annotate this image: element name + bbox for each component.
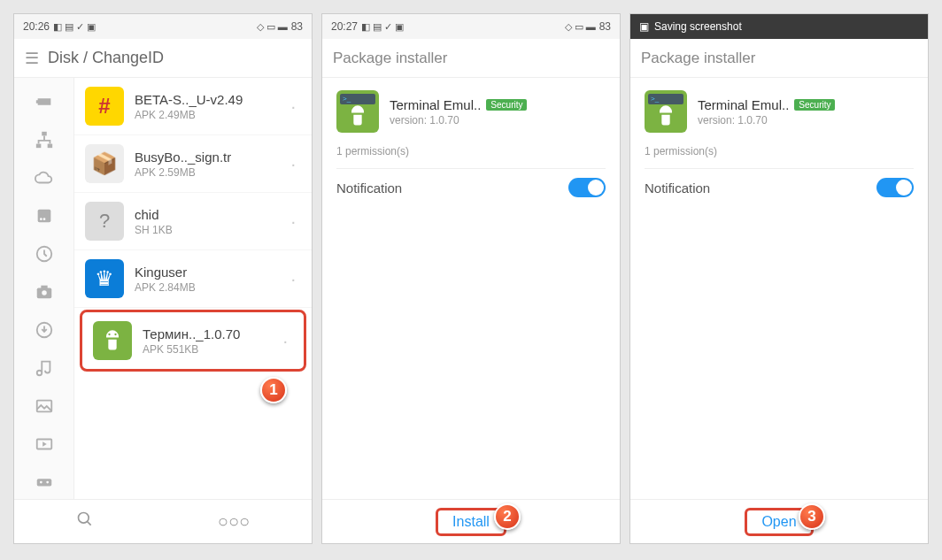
app-icon: >_ xyxy=(645,90,687,133)
svg-point-5 xyxy=(42,218,45,220)
sidebar xyxy=(14,78,74,499)
file-icon-kinguser: ♛ xyxy=(85,259,124,298)
search-button[interactable] xyxy=(41,502,129,541)
permission-count: 1 permission(s) xyxy=(336,145,606,157)
svg-point-16 xyxy=(108,334,110,335)
file-item[interactable]: 📦 BusyBo.._sign.trAPK 2.59MB · xyxy=(74,135,312,193)
status-icons-left: ◧ ▤ ✓ ▣ xyxy=(53,21,96,33)
phone-pane-3: ▣ Saving screenshot Package installer >_… xyxy=(629,13,929,544)
permission-toggle[interactable] xyxy=(568,178,606,197)
svg-rect-3 xyxy=(37,210,50,223)
sidebar-storage-icon[interactable] xyxy=(23,199,66,234)
sidebar-music-icon[interactable] xyxy=(23,350,66,385)
permission-label: Notification xyxy=(336,180,402,196)
sidebar-recent-icon[interactable] xyxy=(23,237,66,272)
phone-pane-1: 20:26 ◧ ▤ ✓ ▣ ◇ ▭ ▬ 83 ☰ Disk / ChangeID xyxy=(13,13,313,544)
sidebar-network-icon[interactable] xyxy=(23,123,66,157)
step-badge-1: 1 xyxy=(260,377,287,403)
bottom-toolbar: ○○○ xyxy=(14,499,312,543)
app-header: >_ Terminal Emul.. Security version: 1.0… xyxy=(336,90,606,133)
svg-rect-13 xyxy=(36,479,51,486)
footer: Open xyxy=(630,499,928,543)
more-button[interactable]: ○○○ xyxy=(182,502,285,541)
app-version: version: 1.0.70 xyxy=(698,114,914,127)
footer: Install xyxy=(322,499,620,543)
svg-rect-0 xyxy=(42,132,47,136)
wifi-icon: ◇ ▭ ▬ xyxy=(257,21,288,33)
status-time: 20:26 xyxy=(23,20,50,33)
sidebar-camera-icon[interactable] xyxy=(23,275,66,310)
sidebar-cloud-icon[interactable] xyxy=(23,161,66,196)
statusbar: 20:26 ◧ ▤ ✓ ▣ ◇ ▭ ▬ 83 xyxy=(14,14,312,39)
file-icon-busybox: 📦 xyxy=(85,144,124,183)
file-item[interactable]: ♛ KinguserAPK 2.84MB · xyxy=(74,250,312,308)
app-header: >_ Terminal Emul.. Security version: 1.0… xyxy=(645,90,914,133)
battery-pct: 83 xyxy=(291,20,303,33)
app-icon: >_ xyxy=(336,90,379,133)
installer-title: Package installer xyxy=(630,39,928,78)
file-item[interactable]: # BETA-S.._U-v2.49APK 2.49MB · xyxy=(74,78,312,135)
security-badge: Security xyxy=(486,99,527,111)
permission-toggle[interactable] xyxy=(876,178,914,197)
phone-pane-2: 20:27 ◧ ▤ ✓ ▣ ◇ ▭ ▬ 83 Package installer… xyxy=(321,13,621,544)
svg-rect-9 xyxy=(41,286,47,289)
permission-count: 1 permission(s) xyxy=(645,145,914,157)
svg-point-15 xyxy=(46,480,49,483)
status-icons-left: ◧ ▤ ✓ ▣ xyxy=(361,21,404,33)
file-menu-icon[interactable]: · xyxy=(285,154,301,174)
permission-row: Notification xyxy=(645,168,914,206)
file-item-selected[interactable]: Термин.._1.0.70APK 551KB · xyxy=(80,310,306,372)
battery-pct: 83 xyxy=(599,20,611,33)
permission-label: Notification xyxy=(645,180,710,196)
app-name: Terminal Emul.. xyxy=(390,97,481,112)
file-icon-unknown: ? xyxy=(85,202,124,241)
sidebar-usb-icon[interactable] xyxy=(23,85,66,119)
breadcrumb-bar: ☰ Disk / ChangeID xyxy=(14,39,312,78)
sidebar-video-icon[interactable] xyxy=(23,426,66,461)
sidebar-picture-icon[interactable] xyxy=(23,388,66,423)
saving-text: Saving screenshot xyxy=(654,20,742,33)
svg-point-14 xyxy=(39,480,42,483)
step-badge-2: 2 xyxy=(494,503,521,530)
svg-rect-1 xyxy=(35,144,41,149)
picture-icon: ▣ xyxy=(639,20,649,33)
step-badge-3: 3 xyxy=(799,503,825,530)
app-version: version: 1.0.70 xyxy=(390,114,606,127)
breadcrumb: Disk / ChangeID xyxy=(48,49,164,67)
svg-point-18 xyxy=(78,513,89,524)
installer-title: Package installer xyxy=(322,39,620,78)
saving-notification: ▣ Saving screenshot xyxy=(630,14,928,39)
hamburger-icon[interactable]: ☰ xyxy=(25,49,39,68)
status-time: 20:27 xyxy=(331,20,358,33)
file-menu-icon[interactable]: · xyxy=(285,269,301,289)
svg-point-8 xyxy=(42,290,47,295)
sidebar-download-icon[interactable] xyxy=(23,312,66,347)
permission-row: Notification xyxy=(336,168,606,206)
sidebar-vr-icon[interactable] xyxy=(23,464,66,499)
security-badge: Security xyxy=(794,99,835,111)
file-menu-icon[interactable]: · xyxy=(277,331,293,351)
file-menu-icon[interactable]: · xyxy=(285,211,301,232)
file-icon-supersu: # xyxy=(85,87,124,126)
file-icon-terminal xyxy=(93,321,132,360)
statusbar: 20:27 ◧ ▤ ✓ ▣ ◇ ▭ ▬ 83 xyxy=(322,14,620,39)
file-list: # BETA-S.._U-v2.49APK 2.49MB · 📦 BusyBo.… xyxy=(74,78,312,499)
svg-point-17 xyxy=(114,334,116,335)
file-item[interactable]: ? chidSH 1KB · xyxy=(74,193,312,250)
svg-point-4 xyxy=(39,218,42,220)
file-menu-icon[interactable]: · xyxy=(285,96,301,117)
app-name: Terminal Emul.. xyxy=(698,97,789,112)
svg-rect-2 xyxy=(47,144,51,149)
wifi-icon: ◇ ▭ ▬ xyxy=(565,21,596,33)
